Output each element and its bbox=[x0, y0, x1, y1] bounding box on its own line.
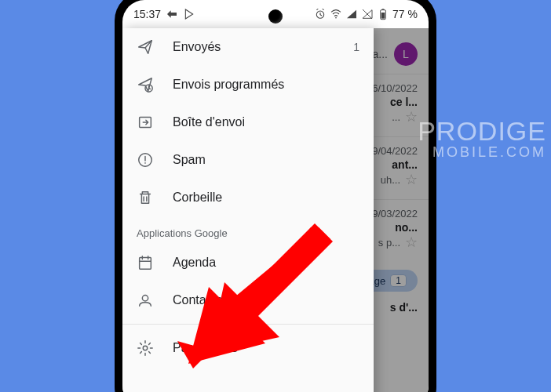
svg-rect-3 bbox=[382, 9, 385, 9]
drawer-section-google-apps: Applications Google bbox=[122, 216, 374, 244]
svg-point-9 bbox=[142, 296, 148, 301]
calendar-icon bbox=[137, 254, 154, 271]
drawer-item-label: Corbeille bbox=[173, 191, 359, 205]
drawer-item-count: 1 bbox=[353, 41, 359, 53]
watermark: PRODIGE MOBILE.COM bbox=[418, 118, 546, 161]
gear-icon bbox=[137, 339, 154, 357]
punch-hole-camera bbox=[268, 9, 283, 24]
drawer-item-label: Envois programmés bbox=[173, 78, 359, 92]
signal-icon bbox=[345, 8, 358, 20]
status-time: 15:37 bbox=[133, 8, 161, 20]
svg-point-1 bbox=[335, 17, 337, 19]
notification-icon-1 bbox=[166, 8, 178, 20]
phone-frame: 15:37 bbox=[115, 0, 436, 392]
signal-icon-2 bbox=[361, 8, 374, 20]
drawer-item-sent[interactable]: Envoyés 1 bbox=[122, 28, 374, 66]
battery-percent: 77 % bbox=[392, 8, 418, 20]
drawer-item-label: Paramètres bbox=[173, 341, 359, 355]
drawer-item-label: Contacts bbox=[173, 293, 359, 307]
wifi-icon bbox=[330, 8, 342, 20]
spam-icon bbox=[137, 151, 154, 169]
nav-drawer: Envoyés 1 Envois programmés Boîte d'envo… bbox=[122, 28, 374, 392]
phone-screen: 15:37 bbox=[122, 0, 429, 392]
alarm-icon bbox=[314, 8, 327, 20]
drawer-item-calendar[interactable]: Agenda bbox=[122, 244, 374, 281]
drawer-item-label: Boîte d'envoi bbox=[173, 115, 359, 129]
drawer-item-outbox[interactable]: Boîte d'envoi bbox=[122, 103, 374, 141]
trash-icon bbox=[137, 189, 154, 206]
drawer-item-spam[interactable]: Spam bbox=[122, 141, 374, 179]
battery-icon bbox=[377, 8, 389, 20]
svg-point-10 bbox=[143, 346, 148, 350]
outbox-icon bbox=[137, 114, 154, 131]
contacts-icon bbox=[137, 292, 154, 309]
drawer-item-settings[interactable]: Paramètres bbox=[122, 329, 374, 367]
drawer-item-contacts[interactable]: Contacts bbox=[122, 281, 374, 319]
drawer-item-label: Agenda bbox=[173, 256, 359, 270]
scheduled-icon bbox=[137, 76, 154, 93]
sent-icon bbox=[137, 38, 154, 56]
drawer-item-label: Spam bbox=[173, 153, 359, 167]
drawer-item-trash[interactable]: Corbeille bbox=[122, 179, 374, 216]
play-store-icon bbox=[183, 8, 195, 20]
svg-rect-4 bbox=[381, 13, 385, 19]
svg-rect-8 bbox=[140, 258, 151, 270]
divider bbox=[122, 324, 374, 325]
drawer-item-scheduled[interactable]: Envois programmés bbox=[122, 66, 374, 103]
drawer-item-label: Envoyés bbox=[173, 40, 334, 54]
